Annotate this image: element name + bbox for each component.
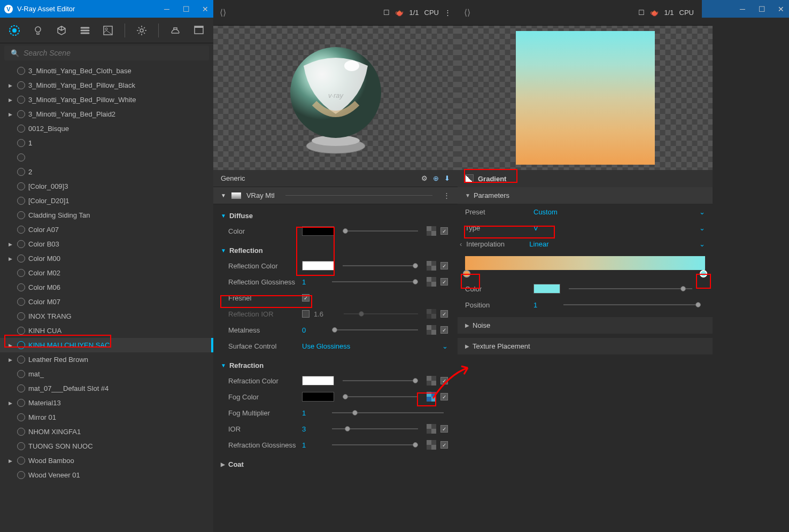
expand-arrow-icon[interactable]: ▶: [9, 112, 14, 117]
chevron-down-icon[interactable]: ⌄: [699, 240, 705, 248]
fog-color-swatch[interactable]: [302, 392, 334, 402]
material-item[interactable]: 2: [0, 165, 213, 179]
preview-teapot-icon-right[interactable]: 🫖: [650, 9, 659, 17]
material-item[interactable]: ▶3_Minotti_Yang_Bed_Pillow_White: [0, 92, 213, 107]
refraction-gloss-enable-check[interactable]: [440, 441, 448, 449]
material-item[interactable]: TUONG SON NUOC: [0, 439, 213, 453]
material-item[interactable]: Color M07: [0, 295, 213, 309]
refraction-color-swatch[interactable]: [302, 376, 334, 385]
material-item[interactable]: KINH CUA: [0, 323, 213, 338]
refraction-ior-texture-button[interactable]: [427, 424, 436, 434]
add-layer-icon[interactable]: ⊕: [433, 174, 439, 182]
material-item[interactable]: NHOM XINGFA1: [0, 425, 213, 439]
material-item[interactable]: [0, 150, 213, 165]
preview-teapot-icon[interactable]: 🫖: [395, 9, 404, 17]
maximize-button-2[interactable]: ☐: [758, 5, 765, 13]
gradient-position-value[interactable]: 1: [533, 301, 555, 309]
preview-window-icon[interactable]: ☐: [383, 9, 390, 17]
sliders-icon[interactable]: ⚙: [421, 174, 428, 182]
minimize-button[interactable]: ─: [163, 5, 171, 13]
material-item[interactable]: [Color_D20]1: [0, 194, 213, 208]
frame-buffer-icon[interactable]: [192, 24, 206, 37]
collapse-icon[interactable]: ▼: [221, 192, 226, 198]
vray-mtl-header[interactable]: ▼ VRay Mtl ⋮: [213, 187, 458, 204]
gradient-stop-left[interactable]: [463, 270, 470, 277]
interpolation-dropdown[interactable]: Linear: [529, 240, 695, 248]
fresnel-check[interactable]: [302, 294, 310, 302]
refraction-ior-value[interactable]: 3: [302, 425, 323, 433]
fog-enable-check[interactable]: [440, 393, 448, 400]
expand-arrow-icon[interactable]: ▶: [9, 343, 14, 348]
material-item[interactable]: 1: [0, 136, 213, 150]
preview-window-icon-right[interactable]: ☐: [638, 9, 645, 17]
chevron-down-icon[interactable]: ⌄: [699, 224, 705, 232]
expand-arrow-icon[interactable]: ▶: [9, 83, 14, 88]
reflection-gloss-value[interactable]: 1: [302, 278, 323, 286]
save-preset-icon[interactable]: ⬇: [444, 174, 450, 182]
materials-tab-icon[interactable]: [7, 24, 21, 37]
material-item[interactable]: ▶Material13: [0, 396, 213, 410]
diffuse-enable-check[interactable]: [440, 227, 448, 235]
material-item[interactable]: 0012_Bisque: [0, 121, 213, 136]
material-item[interactable]: ▶Color M00: [0, 251, 213, 266]
parameters-header[interactable]: ▼Parameters: [458, 187, 713, 204]
fog-texture-button[interactable]: [427, 392, 436, 402]
reflection-color-swatch[interactable]: [302, 261, 334, 271]
metalness-texture-button[interactable]: [427, 325, 436, 335]
preview-menu-icon[interactable]: ⋮: [444, 9, 451, 17]
reflection-ior-texture-button[interactable]: [427, 309, 436, 319]
refraction-texture-button[interactable]: [427, 376, 436, 385]
reflection-enable-check[interactable]: [440, 262, 448, 269]
close-button-2[interactable]: ✕: [777, 5, 785, 13]
geometry-tab-icon[interactable]: [55, 24, 68, 37]
material-item[interactable]: ▶Leather Red Brown: [0, 352, 213, 367]
reflection-gloss-texture-button[interactable]: [427, 277, 436, 287]
render-elements-tab-icon[interactable]: [78, 24, 92, 37]
fog-multiplier-value[interactable]: 1: [302, 409, 323, 417]
refraction-group-header[interactable]: ▼Refraction: [221, 358, 450, 373]
vray-mtl-menu-icon[interactable]: ⋮: [443, 191, 450, 199]
reflection-texture-button[interactable]: [427, 261, 436, 271]
coat-group-header[interactable]: ▶Coat: [221, 457, 450, 472]
material-item[interactable]: ▶Wood Bamboo: [0, 453, 213, 468]
material-item[interactable]: ▶Color B03: [0, 237, 213, 251]
texture-placement-header[interactable]: ▶Texture Placement: [458, 338, 713, 354]
minimize-button-2[interactable]: ─: [739, 5, 746, 13]
material-item[interactable]: Cladding Siding Tan: [0, 208, 213, 222]
preset-dropdown[interactable]: Custom: [533, 208, 695, 216]
back-icon[interactable]: ‹: [460, 240, 462, 248]
material-item[interactable]: mat_07___Default Slot #4: [0, 381, 213, 396]
expand-arrow-icon[interactable]: ▶: [9, 458, 14, 464]
material-item[interactable]: 3_Minotti_Yang_Bed_Cloth_base: [0, 64, 213, 78]
chevron-down-icon[interactable]: ⌄: [699, 208, 705, 216]
reflection-ior-enable-check[interactable]: [440, 310, 448, 318]
metalness-enable-check[interactable]: [440, 326, 448, 334]
material-item[interactable]: Mirror 01: [0, 410, 213, 425]
diffuse-texture-button[interactable]: [427, 226, 436, 236]
refraction-gloss-texture-button[interactable]: [427, 440, 436, 450]
gradient-color-swatch[interactable]: [533, 284, 560, 294]
lights-tab-icon[interactable]: [31, 24, 45, 37]
noise-header[interactable]: ▶Noise: [458, 317, 713, 334]
material-item[interactable]: Color M06: [0, 280, 213, 295]
refraction-ior-enable-check[interactable]: [440, 425, 448, 433]
material-item[interactable]: Color M02: [0, 266, 213, 280]
reflection-ior-lock[interactable]: [302, 310, 310, 318]
material-item[interactable]: Color A07: [0, 222, 213, 237]
textures-tab-icon[interactable]: [102, 24, 115, 37]
reflection-group-header[interactable]: ▼Reflection: [221, 243, 450, 258]
material-item[interactable]: INOX TRANG: [0, 309, 213, 323]
material-item[interactable]: mat_: [0, 367, 213, 381]
refraction-enable-check[interactable]: [440, 377, 448, 384]
gradient-ramp[interactable]: [465, 256, 705, 270]
preview-mode[interactable]: CPU: [424, 9, 439, 17]
material-item[interactable]: ▶KINH MAU CHUYEN SAC: [0, 338, 213, 352]
metalness-value[interactable]: 0: [302, 326, 323, 334]
close-button[interactable]: ✕: [202, 5, 209, 13]
diffuse-color-swatch[interactable]: [302, 226, 334, 236]
material-item[interactable]: [Color_009]3: [0, 179, 213, 194]
material-tree[interactable]: 3_Minotti_Yang_Bed_Cloth_base▶3_Minotti_…: [0, 63, 213, 532]
material-item[interactable]: ▶3_Minotti_Yang_Bed_Pillow_Black: [0, 78, 213, 92]
collapse-left-icon-right[interactable]: ⟨⟩: [464, 7, 470, 18]
search-box[interactable]: 🔍: [4, 45, 209, 60]
